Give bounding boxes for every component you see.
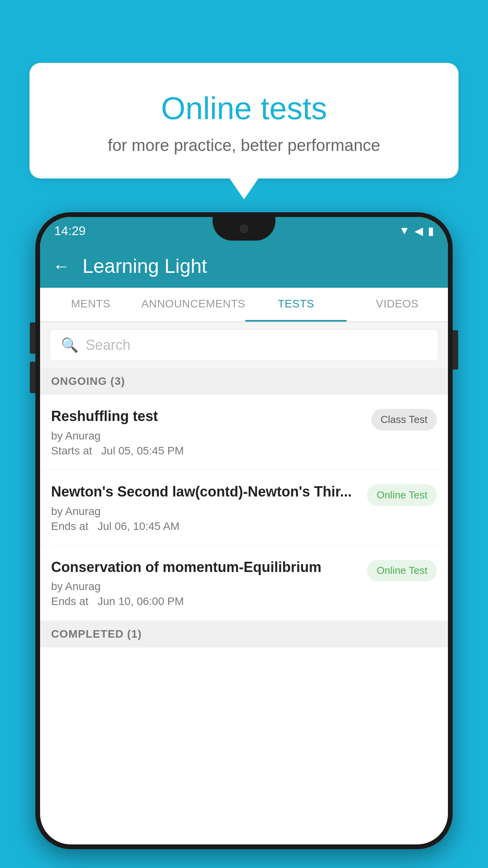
tab-videos[interactable]: VIDEOS: [347, 288, 448, 322]
completed-label: COMPLETED (1): [51, 628, 142, 640]
completed-section-header: COMPLETED (1): [40, 621, 448, 647]
status-icons: ▼ ◀ ▮: [399, 224, 434, 237]
test-author-2: by Anurag: [51, 505, 359, 518]
search-container: 🔍 Search: [40, 322, 448, 368]
bubble-subtitle: for more practice, better performance: [53, 136, 435, 155]
search-icon: 🔍: [61, 337, 79, 353]
phone-screen: 14:29 ▼ ◀ ▮ ← Learning Light MENTS ANNOU…: [40, 217, 448, 844]
test-title-2: Newton's Second law(contd)-Newton's Thir…: [51, 483, 359, 501]
date-value-1: Jul 05, 05:45 PM: [101, 445, 184, 457]
test-info-1: Reshuffling test by Anurag Starts at Jul…: [51, 407, 371, 457]
test-author-1: by Anurag: [51, 430, 363, 442]
test-date-2: Ends at Jul 06, 10:45 AM: [51, 520, 359, 533]
ongoing-label: ONGOING (3): [51, 375, 125, 387]
notch: [213, 217, 275, 241]
badge-online-test-2: Online Test: [367, 484, 437, 506]
date-label-1: Starts at: [51, 445, 92, 457]
date-value-2: Jul 06, 10:45 AM: [97, 520, 180, 532]
date-label-2: Ends at: [51, 520, 88, 532]
test-list: Reshuffling test by Anurag Starts at Jul…: [40, 395, 448, 621]
tab-tests[interactable]: TESTS: [245, 288, 347, 322]
status-time: 14:29: [54, 224, 86, 238]
test-item-3[interactable]: Conservation of momentum-Equilibrium by …: [40, 546, 448, 621]
speech-bubble-section: Online tests for more practice, better p…: [29, 63, 459, 199]
search-bar[interactable]: 🔍 Search: [50, 329, 438, 361]
test-title-3: Conservation of momentum-Equilibrium: [51, 558, 359, 577]
speech-bubble: Online tests for more practice, better p…: [29, 63, 459, 178]
bubble-title: Online tests: [53, 90, 435, 127]
test-info-3: Conservation of momentum-Equilibrium by …: [51, 558, 367, 608]
date-label-3: Ends at: [51, 595, 88, 607]
signal-icon: ◀: [415, 224, 423, 237]
camera: [240, 224, 248, 233]
wifi-icon: ▼: [399, 224, 410, 237]
test-title-1: Reshuffling test: [51, 407, 363, 426]
back-button[interactable]: ←: [53, 256, 70, 276]
bubble-arrow: [229, 178, 259, 199]
phone-container: 14:29 ▼ ◀ ▮ ← Learning Light MENTS ANNOU…: [35, 212, 453, 868]
badge-online-test-3: Online Test: [367, 560, 437, 581]
test-item-2[interactable]: Newton's Second law(contd)-Newton's Thir…: [40, 470, 448, 546]
power-button[interactable]: [453, 330, 458, 370]
ongoing-section-header: ONGOING (3): [40, 368, 448, 395]
tabs-bar: MENTS ANNOUNCEMENTS TESTS VIDEOS: [40, 288, 448, 322]
test-date-1: Starts at Jul 05, 05:45 PM: [51, 445, 363, 457]
test-author-3: by Anurag: [51, 580, 359, 593]
phone-outer: 14:29 ▼ ◀ ▮ ← Learning Light MENTS ANNOU…: [35, 212, 453, 849]
tab-announcements[interactable]: ANNOUNCEMENTS: [141, 288, 246, 322]
battery-icon: ▮: [428, 224, 434, 237]
search-placeholder: Search: [86, 337, 130, 353]
test-item-1[interactable]: Reshuffling test by Anurag Starts at Jul…: [40, 395, 448, 470]
app-title: Learning Light: [83, 255, 207, 278]
date-value-3: Jun 10, 06:00 PM: [97, 595, 183, 607]
volume-up-button[interactable]: [30, 322, 35, 354]
app-bar: ← Learning Light: [40, 245, 448, 288]
badge-class-test-1: Class Test: [371, 409, 437, 430]
status-bar: 14:29 ▼ ◀ ▮: [40, 217, 448, 245]
test-date-3: Ends at Jun 10, 06:00 PM: [51, 595, 359, 608]
tab-ments[interactable]: MENTS: [40, 288, 141, 322]
volume-down-button[interactable]: [30, 362, 35, 393]
test-info-2: Newton's Second law(contd)-Newton's Thir…: [51, 483, 367, 533]
